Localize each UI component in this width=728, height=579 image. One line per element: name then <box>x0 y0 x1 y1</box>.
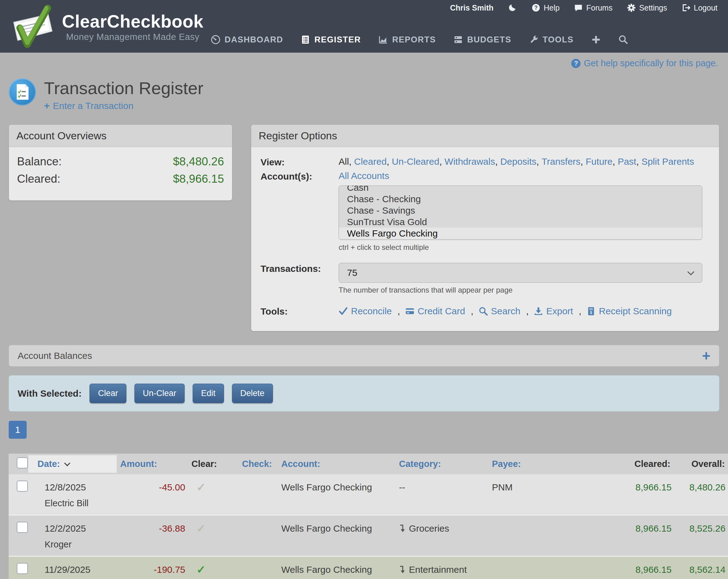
clear-check-icon[interactable]: ✓ <box>191 522 206 535</box>
tx-account: Wells Fargo Checking <box>278 474 396 495</box>
all-accounts-link[interactable]: All Accounts <box>339 171 389 181</box>
view-label: View: <box>261 156 339 167</box>
tools-links: Reconcile Credit Card Sear <box>339 306 710 317</box>
export-link[interactable]: Export <box>534 306 587 316</box>
credit-card-icon <box>405 306 415 316</box>
svg-text:$: $ <box>590 310 593 315</box>
account-balances-title: Account Balances <box>18 351 92 361</box>
user-menu[interactable]: Chris Smith <box>450 3 493 12</box>
credit-card-label: Credit Card <box>418 306 465 316</box>
view-uncleared[interactable]: Un-Cleared <box>392 156 445 167</box>
tx-cleared-balance: 8,966.15 <box>616 556 675 578</box>
dark-mode-toggle[interactable] <box>508 3 517 12</box>
settings-label: Settings <box>639 3 667 12</box>
brand-name: ClearCheckbook <box>62 12 204 31</box>
reconcile-link[interactable]: Reconcile <box>339 306 405 316</box>
view-withdrawals[interactable]: Withdrawals <box>445 156 500 167</box>
receipt-scanning-link[interactable]: $ Receipt Scanning <box>587 306 672 316</box>
transaction-row[interactable]: 12/8/2025 -45.00 ✓ Wells Fargo Checking … <box>9 474 728 495</box>
search-label: Search <box>491 306 520 316</box>
nav-register[interactable]: REGISTER <box>301 35 361 45</box>
page-1-button[interactable]: 1 <box>9 421 27 439</box>
nav-register-label: REGISTER <box>314 35 361 45</box>
view-transfers[interactable]: Transfers <box>542 156 586 167</box>
category-header[interactable]: Category: <box>396 453 489 474</box>
tx-account: Wells Fargo Checking <box>278 515 396 536</box>
help-link[interactable]: ? Help <box>531 3 560 12</box>
transaction-memo-row: Amazon Prime <box>9 577 728 579</box>
search-link[interactable]: Search <box>478 306 534 316</box>
row-checkbox[interactable] <box>17 480 28 492</box>
tx-date: 12/8/2025 <box>28 474 117 495</box>
tx-category[interactable]: -- <box>396 474 489 495</box>
brand[interactable]: ClearCheckbook Money Management Made Eas… <box>9 4 204 50</box>
view-deposits[interactable]: Deposits <box>500 156 542 167</box>
transaction-row[interactable]: 12/2/2025 -36.88 ✓ Wells Fargo Checking … <box>9 515 728 536</box>
nav-add[interactable] <box>591 35 601 45</box>
select-all-checkbox[interactable] <box>17 457 28 468</box>
tx-check <box>216 474 278 495</box>
subcategory-arrow-icon <box>399 566 406 574</box>
table-header-row: Date: Amount: Clear: Check: Account: Cat… <box>9 453 728 474</box>
view-future[interactable]: Future <box>586 156 618 167</box>
nav-tools[interactable]: TOOLS <box>529 35 574 45</box>
enter-transaction-link[interactable]: + Enter a Transaction <box>44 100 133 111</box>
balance-value: $8,480.26 <box>173 155 224 168</box>
wrench-icon <box>529 35 539 45</box>
account-option-selected[interactable]: Wells Fargo Checking <box>339 227 702 239</box>
forums-link[interactable]: Forums <box>574 3 613 12</box>
check-header[interactable]: Check: <box>216 453 278 474</box>
date-sort-button[interactable]: Date: <box>28 455 117 473</box>
register-icon <box>301 35 310 45</box>
payee-header[interactable]: Payee: <box>489 453 616 474</box>
account-balances-bar[interactable]: Account Balances + <box>9 345 719 366</box>
register-options-title: Register Options <box>251 125 719 147</box>
utility-bar: Chris Smith ? Help Forums <box>450 3 718 12</box>
page-help-link[interactable]: ? Get help specifically for this page. <box>571 58 718 68</box>
chevron-down-icon <box>64 460 70 466</box>
clear-check-icon[interactable]: ✓ <box>191 563 206 576</box>
subcategory-arrow-icon <box>399 524 406 533</box>
user-name: Chris Smith <box>450 3 493 12</box>
tx-cleared-balance: 8,966.15 <box>616 515 675 536</box>
account-header[interactable]: Account: <box>278 453 396 474</box>
transactions-hint: The number of transactions that will app… <box>339 286 710 295</box>
row-checkbox[interactable] <box>17 522 28 533</box>
account-option[interactable]: SunTrust Visa Gold <box>339 216 702 227</box>
transaction-row[interactable]: 11/29/2025 -190.75 ✓ Wells Fargo Checkin… <box>9 556 728 578</box>
amount-header[interactable]: Amount: <box>117 453 188 474</box>
account-option[interactable]: Chase - Savings <box>339 205 702 216</box>
view-cleared[interactable]: Cleared <box>354 156 392 167</box>
view-past[interactable]: Past <box>618 156 642 167</box>
edit-button[interactable]: Edit <box>193 384 224 403</box>
tx-category[interactable]: Entertainment <box>396 556 489 578</box>
view-all[interactable]: All <box>339 156 354 167</box>
account-listbox[interactable]: Cash Chase - Checking Chase - Savings Su… <box>339 186 702 240</box>
nav-budgets[interactable]: BUDGETS <box>453 35 512 45</box>
transactions-per-page-select[interactable]: 75 <box>339 263 702 283</box>
clear-button[interactable]: Clear <box>89 384 126 403</box>
settings-link[interactable]: Settings <box>627 3 667 12</box>
reports-icon <box>378 35 388 45</box>
tx-date: 12/2/2025 <box>28 515 117 536</box>
nav-dashboard[interactable]: DASHBOARD <box>211 35 283 45</box>
logout-link[interactable]: Logout <box>681 3 718 12</box>
unclear-button[interactable]: Un-Clear <box>134 384 185 403</box>
register-options-panel: Register Options View: All Cleared Un-Cl… <box>251 125 719 331</box>
view-split-parents[interactable]: Split Parents <box>642 156 694 167</box>
nav-search[interactable] <box>618 35 628 45</box>
tx-account: Wells Fargo Checking <box>278 556 396 578</box>
expand-plus-icon[interactable]: + <box>702 349 710 363</box>
help-circle-icon: ? <box>571 59 580 68</box>
top-navbar: ClearCheckbook Money Management Made Eas… <box>0 0 728 53</box>
clear-check-icon[interactable]: ✓ <box>191 481 206 494</box>
account-overviews-panel: Account Overviews Balance: $8,480.26 Cle… <box>9 125 232 201</box>
nav-reports[interactable]: REPORTS <box>378 35 436 45</box>
credit-card-link[interactable]: Credit Card <box>405 306 478 316</box>
row-checkbox[interactable] <box>17 563 28 574</box>
tx-overall-balance: 8,480.26 <box>675 474 728 495</box>
delete-button[interactable]: Delete <box>232 384 273 403</box>
account-option[interactable]: Cash <box>339 186 702 193</box>
tx-category[interactable]: Groceries <box>396 515 489 536</box>
account-option[interactable]: Chase - Checking <box>339 193 702 205</box>
